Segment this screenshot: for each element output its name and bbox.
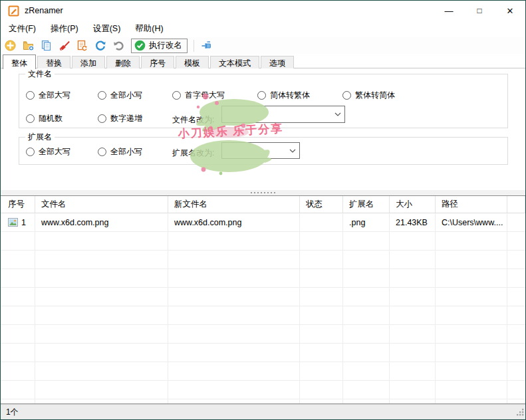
table-cell-empty <box>300 288 343 306</box>
table-row-empty <box>1 269 525 288</box>
add-folder-icon[interactable] <box>22 39 35 52</box>
table-cell-empty <box>390 306 436 325</box>
table-cell-empty <box>1 399 35 404</box>
cell-filename: www.x6d.com.png <box>35 213 168 232</box>
table-empty-rows <box>1 232 525 404</box>
filename-combo[interactable] <box>221 106 345 123</box>
radio-circle-icon <box>98 148 106 156</box>
table-cell-empty <box>300 232 343 251</box>
tab-text-mode[interactable]: 文本模式 <box>210 56 259 68</box>
menu-operate[interactable]: 操作(P) <box>44 21 85 37</box>
table-row[interactable]: 1 www.x6d.com.png www.x6d.com.png .png 2… <box>1 213 525 232</box>
table-cell-empty <box>168 381 300 399</box>
table-cell-empty <box>507 399 525 404</box>
file-table: 序号 文件名 新文件名 状态 扩展名 大小 路径 1 <box>1 195 525 404</box>
window-controls: — □ ✕ <box>434 1 525 21</box>
table-cell-empty <box>300 399 343 404</box>
table-cell-empty <box>436 344 507 362</box>
tab-add[interactable]: 添加 <box>72 56 105 68</box>
refresh-list-icon[interactable] <box>76 39 88 52</box>
table-cell-empty <box>507 325 525 344</box>
table-cell-empty <box>35 251 168 269</box>
table-cell-empty <box>168 288 300 306</box>
column-header-path[interactable]: 路径 <box>436 196 507 213</box>
resize-grip-icon[interactable] <box>516 408 524 418</box>
menu-file[interactable]: 文件(F) <box>2 21 43 37</box>
cell-index: 1 <box>1 213 35 232</box>
table-cell-empty <box>35 306 168 325</box>
extension-combo[interactable] <box>221 142 300 159</box>
table-cell-empty <box>1 251 35 269</box>
column-header-extension[interactable]: 扩展名 <box>343 196 390 213</box>
minimize-button[interactable]: — <box>434 1 464 21</box>
maximize-button[interactable]: □ <box>464 1 495 21</box>
window-title: zRenamer <box>25 6 63 15</box>
cell-filler <box>507 213 525 232</box>
radio-filename-increment[interactable]: 数字递增 <box>98 113 142 124</box>
radio-filename-random[interactable]: 随机数 <box>26 113 63 124</box>
app-window: zRenamer — □ ✕ 文件(F) 操作(P) 设置(S) 帮助(H) <box>0 0 526 420</box>
add-files-icon[interactable] <box>4 39 17 52</box>
table-cell-empty <box>35 325 168 344</box>
copy-list-icon[interactable] <box>40 39 53 52</box>
close-button[interactable]: ✕ <box>495 1 525 21</box>
menu-help[interactable]: 帮助(H) <box>128 21 170 37</box>
tab-template[interactable]: 模板 <box>176 56 209 68</box>
radio-ext-lowercase[interactable]: 全部小写 <box>98 146 142 157</box>
radio-filename-lowercase[interactable]: 全部小写 <box>98 90 142 100</box>
column-header-newname[interactable]: 新文件名 <box>168 196 300 213</box>
table-cell-empty <box>436 269 507 288</box>
execute-rename-button[interactable]: 执行改名 <box>131 39 188 53</box>
radio-circle-icon <box>257 91 266 100</box>
table-row-empty <box>1 306 525 325</box>
refresh-icon[interactable] <box>94 39 106 52</box>
table-cell-empty <box>300 381 343 399</box>
execute-rename-label: 执行改名 <box>149 40 182 51</box>
table-cell-empty <box>436 288 507 306</box>
tab-delete[interactable]: 删除 <box>106 56 140 68</box>
table-cell-empty <box>35 399 168 404</box>
filename-group-title: 文件名 <box>25 68 55 80</box>
column-header-filler <box>507 196 525 213</box>
column-header-index[interactable]: 序号 <box>1 196 35 213</box>
table-cell-empty <box>300 344 343 362</box>
radio-circle-icon <box>26 148 35 156</box>
table-cell-empty <box>343 232 390 251</box>
clear-list-icon[interactable] <box>58 39 70 52</box>
table-cell-empty <box>35 288 168 306</box>
table-cell-empty <box>436 232 507 251</box>
column-header-size[interactable]: 大小 <box>390 196 436 213</box>
filename-groupbox: 文件名 全部大写 全部小写 首字母大写 简体转繁体 繁体转简体 <box>19 74 508 128</box>
table-cell-empty <box>1 362 35 381</box>
radio-filename-simplified-to-traditional[interactable]: 简体转繁体 <box>257 90 310 100</box>
tab-whole[interactable]: 整体 <box>3 54 36 69</box>
table-cell-empty <box>390 344 436 362</box>
table-cell-empty <box>507 251 525 269</box>
radio-filename-capitalize[interactable]: 首字母大写 <box>172 90 225 100</box>
table-cell-empty <box>390 251 436 269</box>
radio-ext-uppercase[interactable]: 全部大写 <box>26 146 70 157</box>
table-cell-empty <box>35 362 168 381</box>
radio-filename-uppercase[interactable]: 全部大写 <box>26 90 70 100</box>
undo-icon[interactable] <box>112 39 124 52</box>
splitter-grip-icon <box>251 192 275 193</box>
pin-icon[interactable] <box>200 39 213 52</box>
tab-options[interactable]: 选项 <box>261 56 294 68</box>
cell-status <box>300 213 343 232</box>
panel-splitter[interactable] <box>1 190 525 195</box>
table-cell-empty <box>168 269 300 288</box>
table-row-empty <box>1 344 525 362</box>
tab-page-whole: 文件名 全部大写 全部小写 首字母大写 简体转繁体 繁体转简体 <box>1 68 525 190</box>
table-cell-empty <box>390 399 436 404</box>
table-header-row: 序号 文件名 新文件名 状态 扩展名 大小 路径 <box>1 196 525 213</box>
table-cell-empty <box>35 344 168 362</box>
menu-settings[interactable]: 设置(S) <box>86 21 128 37</box>
table-cell-empty <box>390 381 436 399</box>
tab-replace[interactable]: 替换 <box>37 56 70 68</box>
column-header-filename[interactable]: 文件名 <box>35 196 168 213</box>
radio-filename-traditional-to-simplified[interactable]: 繁体转简体 <box>342 90 395 100</box>
tab-number[interactable]: 序号 <box>141 56 174 68</box>
column-header-status[interactable]: 状态 <box>300 196 343 213</box>
radio-circle-icon <box>172 91 181 100</box>
table-cell-empty <box>343 269 390 288</box>
